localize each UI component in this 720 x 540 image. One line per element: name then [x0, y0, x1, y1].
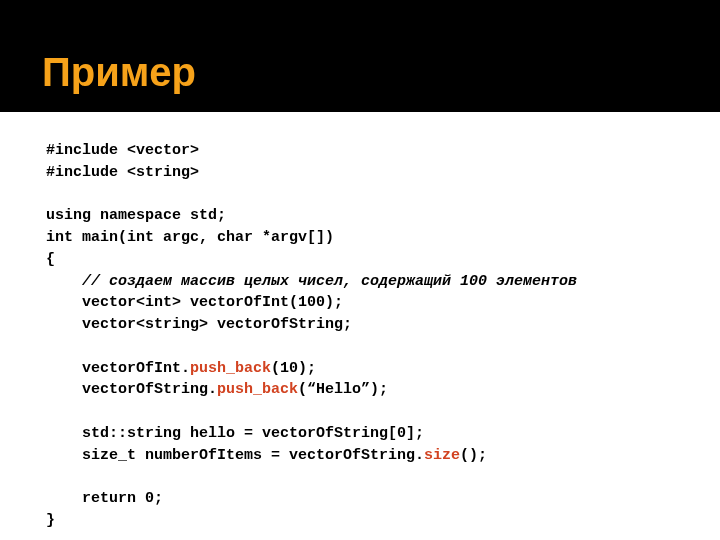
code-line: using namespace std; [46, 207, 226, 224]
code-line: vectorOfInt.push_back(10); [46, 360, 316, 377]
code-block: #include <vector> #include <string> usin… [46, 140, 577, 532]
code-line: vectorOfString.push_back(“Hello”); [46, 381, 388, 398]
code-line: return 0; [46, 490, 163, 507]
accent-token: size [424, 447, 460, 464]
code-line: std::string hello = vectorOfString[0]; [46, 425, 424, 442]
accent-token: push_back [217, 381, 298, 398]
code-line: { [46, 251, 55, 268]
code-line: #include <vector> [46, 142, 199, 159]
code-line: int main(int argc, char *argv[]) [46, 229, 334, 246]
code-comment: // создаем массив целых чисел, содержащи… [46, 273, 577, 290]
slide-title: Пример [42, 50, 196, 95]
slide: Пример #include <vector> #include <strin… [0, 0, 720, 540]
code-line: size_t numberOfItems = vectorOfString.si… [46, 447, 487, 464]
code-line: vector<string> vectorOfString; [46, 316, 352, 333]
code-line: #include <string> [46, 164, 199, 181]
code-line: vector<int> vectorOfInt(100); [46, 294, 343, 311]
accent-token: push_back [190, 360, 271, 377]
title-bar: Пример [0, 0, 720, 112]
code-line: } [46, 512, 55, 529]
